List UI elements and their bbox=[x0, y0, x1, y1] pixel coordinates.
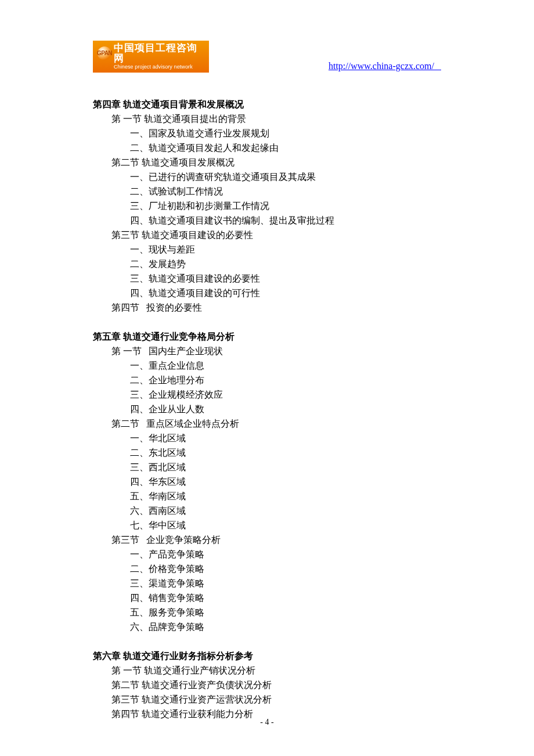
section-title: 第三节 轨道交通行业资产运营状况分析 bbox=[111, 692, 441, 707]
chapter-title: 第四章 轨道交通项目背景和发展概况 bbox=[93, 97, 441, 111]
chapter-title: 第六章 轨道交通行业财务指标分析参考 bbox=[93, 649, 441, 663]
chapter-title: 第五章 轨道交通行业竞争格局分析 bbox=[93, 329, 441, 344]
section-title: 第二节 重点区域企业特点分析 bbox=[111, 416, 441, 431]
document-body: 第四章 轨道交通项目背景和发展概况第 一节 轨道交通项目提出的背景一、国家及轨道… bbox=[93, 97, 441, 721]
list-item: 二、轨道交通项目发起人和发起缘由 bbox=[130, 141, 441, 155]
page-number: - 4 - bbox=[0, 718, 534, 727]
list-item: 一、产品竞争策略 bbox=[130, 547, 441, 561]
list-item: 二、发展趋势 bbox=[130, 257, 441, 271]
list-item: 二、试验试制工作情况 bbox=[130, 184, 441, 199]
logo-top-row: GPAN 中国项目工程咨询网 bbox=[98, 43, 203, 64]
list-item: 二、价格竞争策略 bbox=[130, 561, 441, 576]
section-title: 第二节 轨道交通行业资产负债状况分析 bbox=[111, 678, 441, 692]
logo-badge-icon: GPAN bbox=[98, 46, 111, 60]
site-url-link[interactable]: http://www.china-gczx.com/ bbox=[329, 61, 441, 71]
list-item: 四、企业从业人数 bbox=[130, 402, 441, 416]
list-item: 三、渠道竞争策略 bbox=[130, 576, 441, 591]
list-item: 一、现状与差距 bbox=[130, 242, 441, 257]
section-title: 第二节 轨道交通项目发展概况 bbox=[111, 155, 441, 170]
logo-cn-text: 中国项目工程咨询网 bbox=[114, 43, 203, 64]
list-item: 四、轨道交通项目建设的可行性 bbox=[130, 286, 441, 300]
list-item: 二、企业地理分布 bbox=[130, 373, 441, 387]
list-item: 二、东北区域 bbox=[130, 445, 441, 460]
list-item: 四、销售竞争策略 bbox=[130, 591, 441, 605]
section-title: 第四节 投资的必要性 bbox=[111, 300, 441, 315]
list-item: 五、华南区域 bbox=[130, 489, 441, 503]
list-item: 五、服务竞争策略 bbox=[130, 605, 441, 620]
list-item: 三、轨道交通项目建设的必要性 bbox=[130, 271, 441, 286]
list-item: 四、华东区域 bbox=[130, 474, 441, 489]
list-item: 六、品牌竞争策略 bbox=[130, 620, 441, 634]
list-item: 一、华北区域 bbox=[130, 431, 441, 445]
section-title: 第三节 企业竞争策略分析 bbox=[111, 532, 441, 547]
section-title: 第 一节 轨道交通行业产销状况分析 bbox=[111, 663, 441, 678]
document-page: GPAN 中国项目工程咨询网 Chinese project advisory … bbox=[0, 0, 534, 756]
chapter-block: 第六章 轨道交通行业财务指标分析参考第 一节 轨道交通行业产销状况分析第二节 轨… bbox=[93, 649, 441, 721]
list-item: 三、企业规模经济效应 bbox=[130, 387, 441, 402]
list-item: 四、轨道交通项目建议书的编制、提出及审批过程 bbox=[130, 213, 441, 228]
list-item: 一、国家及轨道交通行业发展规划 bbox=[130, 126, 441, 141]
chapter-block: 第五章 轨道交通行业竞争格局分析第 一节 国内生产企业现状一、重点企业信息二、企… bbox=[93, 329, 441, 634]
list-item: 六、西南区域 bbox=[130, 503, 441, 518]
section-title: 第 一节 国内生产企业现状 bbox=[111, 344, 441, 358]
site-logo: GPAN 中国项目工程咨询网 Chinese project advisory … bbox=[93, 41, 209, 73]
list-item: 一、重点企业信息 bbox=[130, 358, 441, 373]
list-item: 七、华中区域 bbox=[130, 518, 441, 532]
logo-en-text: Chinese project advisory network bbox=[114, 64, 203, 70]
section-title: 第 一节 轨道交通项目提出的背景 bbox=[111, 111, 441, 126]
list-item: 三、西北区域 bbox=[130, 460, 441, 474]
chapter-block: 第四章 轨道交通项目背景和发展概况第 一节 轨道交通项目提出的背景一、国家及轨道… bbox=[93, 97, 441, 315]
list-item: 三、厂址初勘和初步测量工作情况 bbox=[130, 199, 441, 213]
section-title: 第三节 轨道交通项目建设的必要性 bbox=[111, 228, 441, 242]
page-header: GPAN 中国项目工程咨询网 Chinese project advisory … bbox=[93, 41, 441, 73]
list-item: 一、已进行的调查研究轨道交通项目及其成果 bbox=[130, 170, 441, 184]
